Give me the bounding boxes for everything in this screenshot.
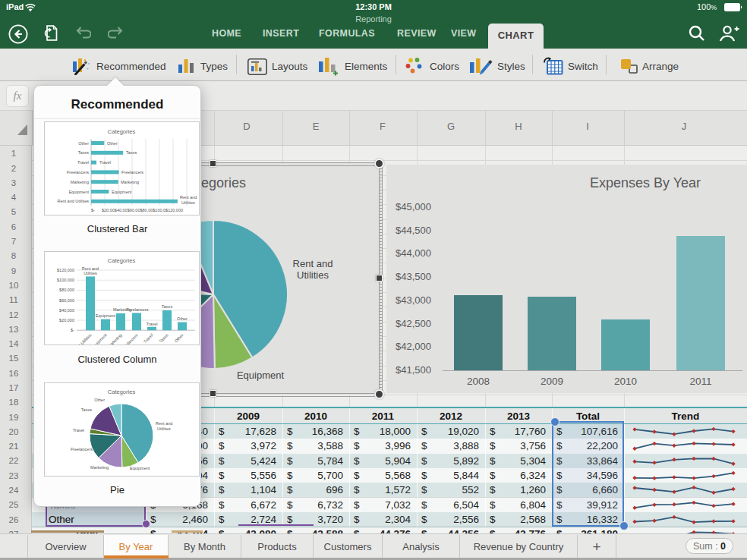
svg-text:Rent and Utilities: Rent and Utilities: [57, 199, 89, 203]
svg-text:Taxes: Taxes: [158, 332, 169, 344]
svg-text:Marketing: Marketing: [71, 180, 89, 184]
svg-text:Rent and: Rent and: [180, 195, 197, 200]
svg-text:$-: $-: [91, 208, 95, 212]
svg-text:Taxes: Taxes: [162, 304, 173, 309]
svg-text:Marketing: Marketing: [121, 180, 139, 184]
svg-text:Utilities: Utilities: [181, 200, 195, 205]
svg-text:Travel: Travel: [73, 428, 84, 433]
svg-text:Freelancers: Freelancers: [71, 447, 93, 451]
svg-text:Other: Other: [177, 316, 188, 321]
svg-text:Other: Other: [94, 398, 105, 402]
svg-text:Other: Other: [78, 141, 89, 146]
svg-text:Categories: Categories: [108, 389, 136, 395]
svg-text:Taxes: Taxes: [81, 407, 93, 412]
svg-text:Other: Other: [107, 141, 118, 146]
svg-text:Utilities: Utilities: [157, 426, 171, 431]
svg-text:$40,000: $40,000: [59, 308, 74, 313]
svg-text:Equipment: Equipment: [130, 466, 150, 470]
svg-text:Other: Other: [174, 332, 184, 343]
svg-text:Travel: Travel: [99, 160, 111, 165]
svg-text:Rent and: Rent and: [156, 421, 172, 426]
svg-text:Travel: Travel: [146, 322, 157, 326]
svg-text:$20,000: $20,000: [59, 318, 74, 322]
svg-text:Equipment: Equipment: [112, 190, 132, 194]
svg-text:Travel: Travel: [77, 160, 89, 165]
svg-text:Equipment: Equipment: [96, 313, 116, 318]
svg-text:Freelancers: Freelancers: [121, 170, 143, 175]
svg-text:Freelancers: Freelancers: [120, 332, 139, 344]
svg-text:Marketing: Marketing: [90, 465, 109, 470]
svg-text:Freelancers: Freelancers: [126, 307, 148, 312]
svg-text:Freelancers: Freelancers: [67, 170, 89, 175]
svg-text:Marketing: Marketing: [106, 332, 122, 344]
svg-text:$60,000: $60,000: [59, 298, 74, 303]
svg-text:Equipment: Equipment: [69, 190, 90, 194]
svg-text:Rent and Utilities: Rent and Utilities: [67, 332, 93, 344]
svg-text:Categories: Categories: [108, 128, 136, 135]
svg-text:Utilities: Utilities: [84, 271, 97, 275]
svg-text:$-: $-: [71, 328, 74, 332]
svg-text:Taxes: Taxes: [78, 150, 90, 155]
svg-text:Travel: Travel: [143, 332, 154, 344]
svg-text:$20,00$40,00$60,00$80,00$100,0: $20,00$40,00$60,00$80,00$100,0$120,000: [102, 208, 183, 212]
svg-text:Equipment: Equipment: [90, 332, 108, 344]
svg-text:$100,000: $100,000: [57, 278, 74, 282]
svg-text:$120,000: $120,000: [57, 268, 74, 272]
svg-text:Categories: Categories: [108, 257, 136, 264]
svg-text:Taxes: Taxes: [126, 150, 137, 155]
svg-text:$80,000: $80,000: [59, 288, 74, 292]
